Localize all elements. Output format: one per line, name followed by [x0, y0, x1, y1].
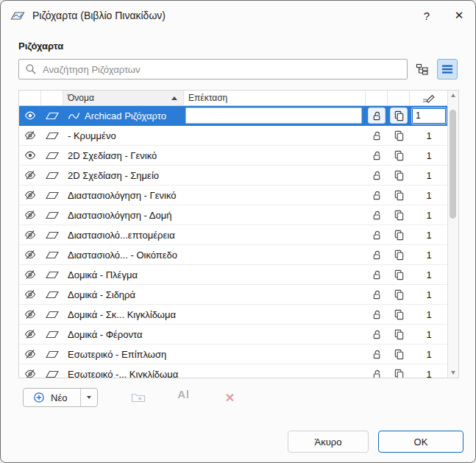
lock-toggle[interactable]	[366, 364, 388, 378]
lock-toggle[interactable]	[366, 106, 388, 125]
visibility-toggle[interactable]	[19, 325, 41, 344]
pen-count-value[interactable]: 1	[426, 329, 431, 340]
table-row[interactable]: Διαστασιολό... - Οικόπεδο	[19, 245, 448, 265]
tracing-name-cell[interactable]: Εσωτερικό -... Κιγκλίδωμα	[63, 364, 184, 378]
table-row[interactable]: Δομικά - Φέροντα	[19, 325, 448, 344]
copy-button[interactable]	[388, 285, 410, 304]
table-row[interactable]: Διαστασιολό...επτομέρεια	[19, 225, 448, 245]
close-button[interactable]: ✕	[443, 1, 475, 30]
tracing-name-cell[interactable]: - Κρυμμένο	[63, 126, 184, 145]
tracing-extension-cell[interactable]	[184, 364, 366, 378]
visibility-toggle[interactable]	[19, 146, 41, 165]
table-row[interactable]: Δομικά - Σκ... Κιγκλίδωμα	[19, 305, 448, 325]
lock-toggle[interactable]	[366, 185, 388, 205]
pen-count-value[interactable]: 1	[426, 190, 431, 201]
lock-toggle[interactable]	[366, 285, 388, 304]
table-row[interactable]: Δομικά - Πλέγμα	[19, 265, 448, 285]
table-row[interactable]: Εσωτερικό -... Κιγκλίδωμα	[19, 364, 448, 378]
lock-toggle[interactable]	[366, 265, 388, 284]
copy-button[interactable]	[388, 344, 410, 364]
table-row[interactable]: 2D Σχεδίαση - Σημείο	[19, 166, 448, 185]
tracing-name-cell[interactable]: Διαστασιολόγηση - Δομή	[63, 205, 184, 225]
new-dropdown-button[interactable]	[80, 389, 97, 406]
table-row[interactable]: Διαστασιολόγηση - Γενικό	[19, 185, 448, 205]
tracing-name-cell[interactable]: Δομικά - Σκ... Κιγκλίδωμα	[63, 305, 184, 324]
new-split-button[interactable]: Νέο	[23, 388, 98, 407]
visibility-toggle[interactable]	[19, 225, 41, 244]
pen-count-value[interactable]: 1	[426, 369, 431, 379]
table-row[interactable]: - Κρυμμένο	[19, 126, 448, 146]
pen-count-cell[interactable]: 1	[410, 305, 448, 324]
tracing-name-cell[interactable]: Δομικά - Φέροντα	[63, 325, 184, 344]
extension-edit-field[interactable]	[185, 107, 362, 124]
pen-count-value[interactable]: 1	[426, 289, 431, 300]
pen-count-cell[interactable]: 1	[410, 126, 448, 145]
tracing-name-cell[interactable]: Archicad Ριζόχαρτο	[63, 106, 184, 125]
help-button[interactable]: ?	[411, 1, 443, 30]
pen-count-cell[interactable]: 1	[410, 325, 448, 344]
table-row[interactable]: Δομικά - Σιδηρά	[19, 285, 448, 305]
visibility-toggle[interactable]	[19, 265, 41, 284]
copy-button[interactable]	[388, 205, 410, 225]
table-row[interactable]: 2D Σχεδίαση - Γενικό	[19, 146, 448, 166]
table-row[interactable]: Εσωτερικό - Επίπλωση	[19, 344, 448, 364]
tracing-name-cell[interactable]: Δομικά - Σιδηρά	[63, 285, 184, 304]
header-extension-column[interactable]: Επέκταση	[184, 91, 366, 105]
tracing-name-cell[interactable]: Διαστασιολό...επτομέρεια	[63, 225, 184, 244]
tracing-extension-cell[interactable]	[184, 305, 366, 324]
lock-toggle[interactable]	[366, 146, 388, 165]
table-row[interactable]: Archicad Ριζόχαρτο	[19, 106, 448, 126]
tracing-extension-cell[interactable]	[184, 185, 366, 205]
lock-toggle[interactable]	[366, 166, 388, 185]
pen-count-cell[interactable]: 1	[410, 245, 448, 264]
visibility-toggle[interactable]	[19, 245, 41, 264]
header-visibility-column[interactable]	[19, 91, 41, 105]
rename-button[interactable]: A	[166, 388, 199, 407]
new-button[interactable]: Νέο	[24, 389, 80, 406]
visibility-toggle[interactable]	[19, 185, 41, 205]
pen-count-value[interactable]: 1	[412, 108, 446, 124]
visibility-toggle[interactable]	[19, 166, 41, 185]
pen-count-value[interactable]: 1	[426, 269, 431, 280]
cancel-button[interactable]: Άκυρο	[288, 431, 369, 453]
tracing-name-cell[interactable]: Δομικά - Πλέγμα	[63, 265, 184, 284]
pen-count-value[interactable]: 1	[426, 150, 431, 161]
pen-count-value[interactable]: 1	[426, 230, 431, 241]
lock-toggle[interactable]	[366, 126, 388, 145]
tracing-extension-cell[interactable]	[184, 126, 366, 145]
lock-toggle[interactable]	[366, 245, 388, 264]
header-name-column[interactable]: Όνομα	[63, 91, 184, 105]
copy-button[interactable]	[388, 305, 410, 324]
tracing-extension-cell[interactable]	[184, 285, 366, 304]
header-lock-column[interactable]	[366, 91, 388, 105]
tracing-extension-cell[interactable]	[184, 265, 366, 284]
pen-count-cell[interactable]: 1	[410, 364, 448, 378]
pen-count-cell[interactable]: 1	[410, 344, 448, 364]
copy-button[interactable]	[388, 146, 410, 165]
tracing-name-cell[interactable]: 2D Σχεδίαση - Γενικό	[63, 146, 184, 165]
pen-count-cell[interactable]: 1	[410, 225, 448, 244]
tracing-extension-cell[interactable]	[184, 146, 366, 165]
new-folder-button[interactable]	[122, 388, 154, 407]
copy-button[interactable]	[388, 126, 410, 145]
list-view-button[interactable]	[437, 59, 458, 79]
pen-count-value[interactable]: 1	[426, 170, 431, 181]
pen-count-cell[interactable]: 1	[410, 166, 448, 185]
copy-button[interactable]	[388, 265, 410, 284]
header-copy-column[interactable]	[388, 91, 410, 105]
scrollbar-down-arrow-icon[interactable]	[448, 368, 458, 378]
pen-count-value[interactable]: 1	[426, 250, 431, 261]
visibility-toggle[interactable]	[19, 205, 41, 225]
pen-count-cell[interactable]: 1	[410, 106, 448, 125]
pen-count-cell[interactable]: 1	[410, 285, 448, 304]
pen-count-value[interactable]: 1	[426, 349, 431, 360]
header-type-column[interactable]	[41, 91, 63, 105]
visibility-toggle[interactable]	[19, 305, 41, 324]
pen-count-value[interactable]: 1	[426, 210, 431, 221]
visibility-toggle[interactable]	[19, 364, 41, 378]
tracing-name-cell[interactable]: Διαστασιολό... - Οικόπεδο	[63, 245, 184, 264]
copy-button[interactable]	[388, 225, 410, 244]
lock-toggle[interactable]	[366, 205, 388, 225]
search-input[interactable]	[18, 59, 408, 79]
delete-button[interactable]: ✕	[213, 388, 246, 407]
